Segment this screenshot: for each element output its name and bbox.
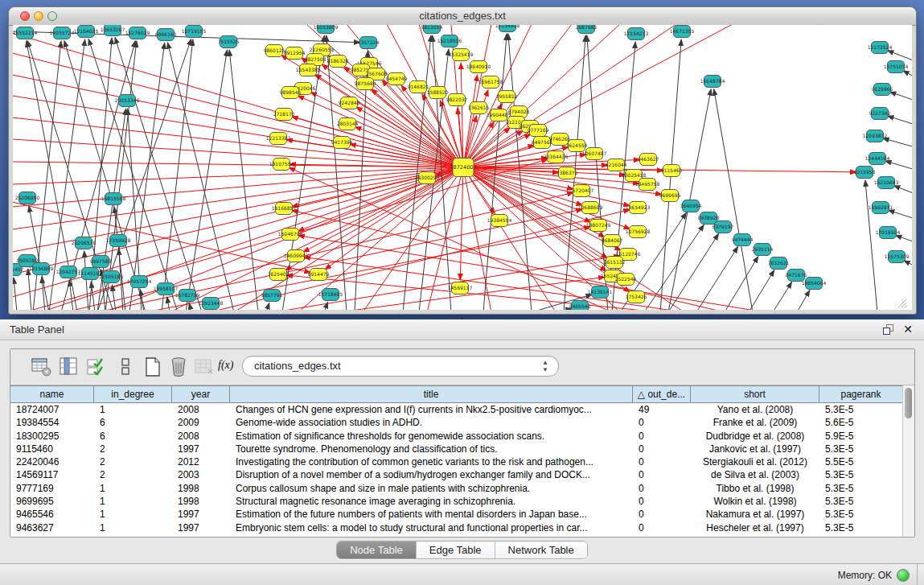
new-table-icon[interactable] — [142, 356, 163, 377]
table-cell[interactable]: 0 — [633, 443, 691, 455]
network-canvas[interactable]: 1655221414055724121640351065326715276029… — [13, 25, 912, 310]
table-cell[interactable]: Jankovic et al. (1997) — [691, 443, 819, 455]
table-cell[interactable]: 22420046 — [10, 455, 94, 468]
table-cell[interactable]: 49 — [633, 403, 691, 416]
table-settings-icon[interactable] — [31, 356, 52, 377]
tab-node-table[interactable]: Node Table — [337, 542, 417, 558]
table-scrollbar[interactable] — [902, 385, 914, 537]
table-row[interactable]: 1938455462009Genome-wide association stu… — [10, 416, 903, 429]
table-row[interactable]: 946554611997Estimation of the future num… — [10, 508, 903, 521]
table-cell[interactable]: Estimation of the future numbers of pati… — [230, 508, 633, 521]
row-height-icon[interactable] — [115, 356, 136, 377]
table-cell[interactable]: 0 — [633, 468, 691, 481]
table-cell[interactable]: 5.3E-5 — [819, 468, 903, 481]
table-cell[interactable]: 5.9E-5 — [819, 430, 903, 443]
table-cell[interactable]: Stergiakouli et al. (2012) — [691, 455, 819, 468]
close-panel-icon[interactable]: ✕ — [903, 323, 913, 336]
tab-edge-table[interactable]: Edge Table — [417, 542, 495, 558]
column-header[interactable]: short — [691, 385, 819, 402]
select-all-rows-icon[interactable] — [86, 356, 107, 377]
table-cell[interactable]: 1 — [94, 403, 172, 416]
function-builder-icon[interactable]: f(x) — [218, 359, 239, 380]
table-cell[interactable]: 1 — [94, 521, 172, 534]
table-cell[interactable]: 6 — [94, 416, 172, 429]
table-cell[interactable]: de Silva et al. (2003) — [691, 468, 819, 481]
table-cell[interactable]: Structural magnetic resonance image aver… — [230, 495, 633, 508]
table-cell[interactable]: 2008 — [172, 403, 230, 416]
float-panel-icon[interactable] — [883, 324, 893, 335]
network-view-window[interactable]: citations_edges.txt 16552214140557241216… — [8, 6, 917, 315]
table-cell[interactable]: 1 — [94, 508, 172, 521]
table-cell[interactable]: Tibbo et al. (1998) — [691, 482, 819, 495]
table-cell[interactable]: 1998 — [172, 482, 230, 495]
table-cell[interactable]: 2 — [94, 455, 172, 468]
table-cell[interactable]: 18724007 — [10, 403, 94, 416]
table-cell[interactable]: 9463627 — [10, 521, 94, 534]
table-cell[interactable]: 9777169 — [10, 482, 94, 495]
column-header[interactable]: name — [10, 385, 94, 402]
window-titlebar[interactable]: citations_edges.txt — [9, 7, 916, 26]
table-cell[interactable]: Nakamura et al. (1997) — [691, 508, 819, 521]
table-cell[interactable]: Estimation of significance thresholds fo… — [230, 430, 633, 443]
table-row[interactable]: 911546021997Tourette syndrome. Phenomeno… — [10, 443, 903, 455]
table-cell[interactable]: 1 — [94, 495, 172, 508]
table-cell[interactable]: 2 — [94, 468, 172, 481]
table-row[interactable]: 946362711997Embryonic stem cells: a mode… — [10, 521, 903, 534]
table-cell[interactable]: Changes of HCN gene expression and I(f) … — [230, 403, 633, 416]
table-cell[interactable]: Dudbridge et al. (2008) — [691, 430, 819, 443]
table-cell[interactable]: 9699695 — [10, 495, 94, 508]
table-cell[interactable]: 5.3E-5 — [819, 443, 903, 455]
table-cell[interactable]: Franke et al. (2009) — [691, 416, 819, 429]
table-cell[interactable]: Wolkin et al. (1998) — [691, 495, 819, 508]
table-cell[interactable]: Yano et al. (2008) — [691, 403, 819, 416]
network-graph[interactable]: 1655221414055724121640351065326715276029… — [13, 25, 912, 310]
table-cell[interactable]: Corpus callosum shape and size in male p… — [230, 482, 633, 495]
column-header[interactable]: title — [230, 385, 633, 402]
table-cell[interactable]: 2003 — [172, 468, 230, 481]
delete-table-icon[interactable] — [168, 356, 189, 377]
table-cell[interactable]: 0 — [633, 482, 691, 495]
column-header[interactable]: pagerank — [819, 385, 903, 402]
table-cell[interactable]: 0 — [633, 416, 691, 429]
table-cell[interactable]: Disruption of a novel member of a sodium… — [230, 468, 633, 481]
table-cell[interactable]: 1997 — [172, 521, 230, 534]
table-row[interactable]: 969969511998Structural magnetic resonanc… — [10, 495, 903, 508]
table-row[interactable]: 1830029562008Estimation of significance … — [10, 430, 903, 443]
table-cell[interactable]: 5.3E-5 — [819, 482, 903, 495]
table-columns-icon[interactable] — [59, 356, 80, 377]
tab-network-table[interactable]: Network Table — [495, 542, 587, 558]
table-cell[interactable]: 5.3E-5 — [819, 508, 903, 521]
table-scrollbar-thumb[interactable] — [905, 388, 912, 418]
table-cell[interactable]: 0 — [633, 430, 691, 443]
table-cell[interactable]: 5.5E-5 — [819, 455, 903, 468]
table-cell[interactable]: 5.3E-5 — [819, 521, 903, 534]
column-header[interactable]: in_degree — [94, 385, 172, 402]
table-cell[interactable]: 0 — [633, 508, 691, 521]
column-header[interactable]: year — [172, 385, 230, 402]
combobox-stepper-icon[interactable]: ▲▼ — [542, 359, 548, 373]
window-resize-grip[interactable] — [897, 298, 907, 308]
table-cell[interactable]: 19384554 — [10, 416, 94, 429]
table-cell[interactable]: 18300295 — [10, 430, 94, 443]
table-row[interactable]: 2242004622012Investigating the contribut… — [10, 455, 903, 468]
table-cell[interactable]: 2008 — [172, 430, 230, 443]
table-cell[interactable]: 1997 — [172, 443, 230, 455]
table-cell[interactable]: 1 — [94, 482, 172, 495]
table-cell[interactable]: 6 — [94, 430, 172, 443]
network-table-selector[interactable]: citations_edges.txt ▲▼ — [242, 356, 559, 377]
table-cell[interactable]: 5.6E-5 — [819, 416, 903, 429]
table-cell[interactable]: 9115460 — [10, 443, 94, 455]
table-cell[interactable]: 2 — [94, 443, 172, 455]
table-row[interactable]: 1456911722003Disruption of a novel membe… — [10, 468, 903, 481]
table-row[interactable]: 1872400712008Changes of HCN gene express… — [10, 403, 903, 416]
table-cell[interactable]: Hescheler et al. (1997) — [691, 521, 819, 534]
table-cell[interactable]: Genome-wide association studies in ADHD. — [230, 416, 633, 429]
table-cell[interactable]: 0 — [633, 495, 691, 508]
table-cell[interactable]: 5.3E-5 — [819, 403, 903, 416]
table-cell[interactable]: Embryonic stem cells: a model to study s… — [230, 521, 633, 534]
table-row[interactable]: 977716911998Corpus callosum shape and si… — [10, 482, 903, 495]
table-cell[interactable]: 14569117 — [10, 468, 94, 481]
table-cell[interactable]: 0 — [633, 455, 691, 468]
table-cell[interactable]: Investigating the contribution of common… — [230, 455, 633, 468]
table-cell[interactable]: 2012 — [172, 455, 230, 468]
